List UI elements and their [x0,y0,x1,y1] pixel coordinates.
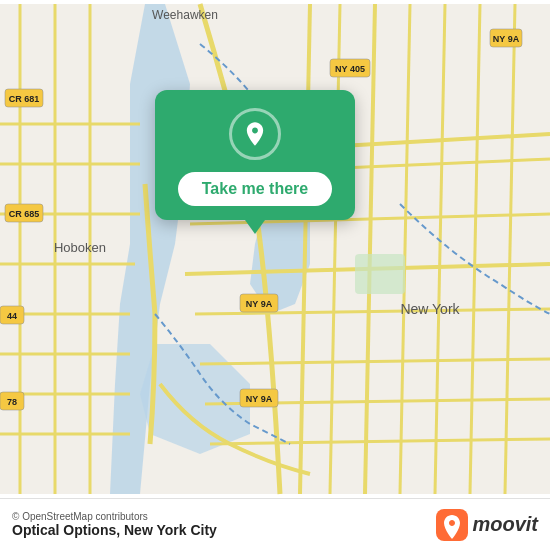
svg-text:Weehawken: Weehawken [152,8,218,22]
svg-text:NY 405: NY 405 [335,64,365,74]
svg-text:CR 681: CR 681 [9,94,40,104]
moovit-icon [436,509,468,541]
location-pin-icon [229,108,281,160]
popup-card: Take me there [155,90,355,220]
map-background: NY 9A NY 9A NY 9A NY 405 NY 9A CR 681 CR… [0,0,550,498]
svg-text:78: 78 [7,397,17,407]
svg-rect-48 [355,254,405,294]
svg-text:NY 9A: NY 9A [246,299,273,309]
pin-svg [241,120,269,148]
attribution-text: © OpenStreetMap contributors [12,511,217,522]
take-me-there-button[interactable]: Take me there [178,172,332,206]
svg-text:NY 9A: NY 9A [493,34,520,44]
svg-text:44: 44 [7,311,17,321]
svg-text:New York: New York [400,301,460,317]
app: NY 9A NY 9A NY 9A NY 405 NY 9A CR 681 CR… [0,0,550,550]
moovit-logo: moovit [436,509,538,541]
svg-text:CR 685: CR 685 [9,209,40,219]
bottom-left: © OpenStreetMap contributors Optical Opt… [12,511,217,538]
svg-text:NY 9A: NY 9A [246,394,273,404]
location-name: Optical Options, New York City [12,522,217,538]
svg-text:Hoboken: Hoboken [54,240,106,255]
bottom-bar: © OpenStreetMap contributors Optical Opt… [0,498,550,550]
map-container: NY 9A NY 9A NY 9A NY 405 NY 9A CR 681 CR… [0,0,550,498]
moovit-text: moovit [472,513,538,536]
